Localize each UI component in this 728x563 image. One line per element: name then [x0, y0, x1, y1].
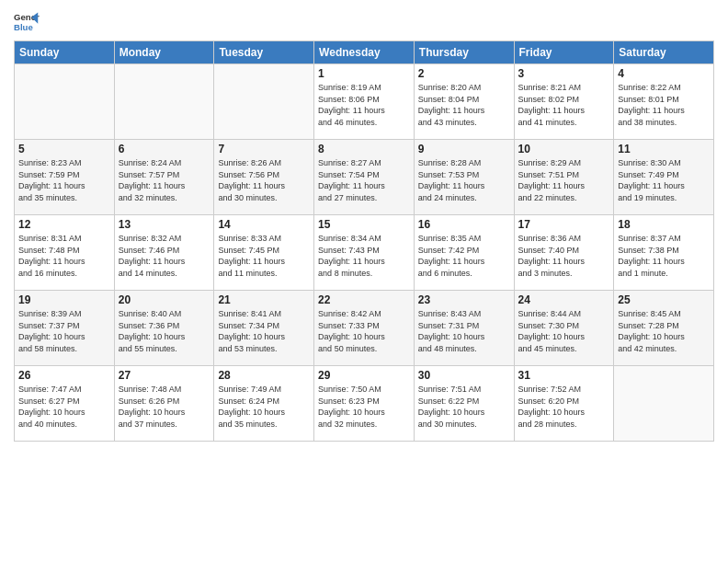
day-number: 10 [518, 143, 610, 155]
day-number: 21 [218, 293, 310, 306]
calendar-cell: 29Sunrise: 7:50 AM Sunset: 6:23 PM Dayli… [314, 366, 415, 442]
weekday-header: Sunday [15, 41, 115, 64]
day-number: 23 [418, 293, 510, 306]
cell-info: Sunrise: 8:33 AM Sunset: 7:45 PM Dayligh… [218, 233, 310, 279]
cell-info: Sunrise: 8:34 AM Sunset: 7:43 PM Dayligh… [318, 233, 410, 279]
calendar-cell: 20Sunrise: 8:40 AM Sunset: 7:36 PM Dayli… [114, 291, 214, 366]
weekday-header: Saturday [614, 41, 714, 64]
calendar-cell: 11Sunrise: 8:30 AM Sunset: 7:49 PM Dayli… [614, 140, 714, 215]
calendar-cell: 13Sunrise: 8:32 AM Sunset: 7:46 PM Dayli… [114, 215, 214, 291]
cell-info: Sunrise: 7:50 AM Sunset: 6:23 PM Dayligh… [318, 384, 410, 430]
calendar-cell: 30Sunrise: 7:51 AM Sunset: 6:22 PM Dayli… [414, 366, 514, 442]
cell-info: Sunrise: 8:35 AM Sunset: 7:42 PM Dayligh… [418, 233, 510, 279]
day-number: 11 [618, 143, 710, 155]
cell-info: Sunrise: 8:28 AM Sunset: 7:53 PM Dayligh… [418, 157, 510, 203]
cell-info: Sunrise: 8:36 AM Sunset: 7:40 PM Dayligh… [518, 233, 610, 279]
calendar-cell [114, 64, 214, 140]
day-number: 7 [218, 143, 310, 155]
day-number: 29 [318, 369, 410, 382]
day-number: 16 [418, 218, 510, 231]
day-number: 31 [518, 369, 610, 382]
cell-info: Sunrise: 8:40 AM Sunset: 7:36 PM Dayligh… [119, 308, 210, 354]
logo-icon: General Blue [14, 9, 40, 35]
header: General Blue [14, 9, 714, 35]
day-number: 26 [18, 369, 110, 382]
cell-info: Sunrise: 8:30 AM Sunset: 7:49 PM Dayligh… [618, 157, 710, 203]
calendar-cell: 25Sunrise: 8:45 AM Sunset: 7:28 PM Dayli… [614, 291, 714, 366]
calendar-cell [15, 64, 115, 140]
day-number: 18 [618, 218, 710, 231]
day-number: 20 [119, 293, 210, 306]
calendar-cell: 7Sunrise: 8:26 AM Sunset: 7:56 PM Daylig… [214, 140, 314, 215]
calendar-cell [214, 64, 314, 140]
day-number: 2 [418, 67, 510, 80]
calendar-cell: 22Sunrise: 8:42 AM Sunset: 7:33 PM Dayli… [314, 291, 415, 366]
day-number: 12 [18, 218, 110, 231]
calendar-cell: 14Sunrise: 8:33 AM Sunset: 7:45 PM Dayli… [214, 215, 314, 291]
calendar-cell: 16Sunrise: 8:35 AM Sunset: 7:42 PM Dayli… [414, 215, 514, 291]
calendar-cell: 18Sunrise: 8:37 AM Sunset: 7:38 PM Dayli… [614, 215, 714, 291]
cell-info: Sunrise: 7:49 AM Sunset: 6:24 PM Dayligh… [218, 384, 310, 430]
weekday-header: Wednesday [314, 41, 415, 64]
calendar-week-row: 12Sunrise: 8:31 AM Sunset: 7:48 PM Dayli… [15, 215, 714, 291]
cell-info: Sunrise: 8:22 AM Sunset: 8:01 PM Dayligh… [618, 82, 710, 128]
weekday-header: Friday [514, 41, 614, 64]
calendar-cell: 17Sunrise: 8:36 AM Sunset: 7:40 PM Dayli… [514, 215, 614, 291]
calendar-cell: 28Sunrise: 7:49 AM Sunset: 6:24 PM Dayli… [214, 366, 314, 442]
day-number: 27 [119, 369, 210, 382]
calendar-cell: 19Sunrise: 8:39 AM Sunset: 7:37 PM Dayli… [15, 291, 115, 366]
cell-info: Sunrise: 8:26 AM Sunset: 7:56 PM Dayligh… [218, 157, 310, 203]
cell-info: Sunrise: 7:51 AM Sunset: 6:22 PM Dayligh… [418, 384, 510, 430]
cell-info: Sunrise: 8:32 AM Sunset: 7:46 PM Dayligh… [119, 233, 210, 279]
cell-info: Sunrise: 8:29 AM Sunset: 7:51 PM Dayligh… [518, 157, 610, 203]
calendar-cell: 21Sunrise: 8:41 AM Sunset: 7:34 PM Dayli… [214, 291, 314, 366]
cell-info: Sunrise: 8:24 AM Sunset: 7:57 PM Dayligh… [119, 157, 210, 203]
cell-info: Sunrise: 8:23 AM Sunset: 7:59 PM Dayligh… [18, 157, 110, 203]
cell-info: Sunrise: 8:27 AM Sunset: 7:54 PM Dayligh… [318, 157, 410, 203]
calendar-week-row: 1Sunrise: 8:19 AM Sunset: 8:06 PM Daylig… [15, 64, 714, 140]
cell-info: Sunrise: 8:41 AM Sunset: 7:34 PM Dayligh… [218, 308, 310, 354]
calendar-week-row: 26Sunrise: 7:47 AM Sunset: 6:27 PM Dayli… [15, 366, 714, 442]
calendar-cell: 31Sunrise: 7:52 AM Sunset: 6:20 PM Dayli… [514, 366, 614, 442]
day-number: 8 [318, 143, 410, 155]
calendar-cell: 10Sunrise: 8:29 AM Sunset: 7:51 PM Dayli… [514, 140, 614, 215]
calendar-cell: 8Sunrise: 8:27 AM Sunset: 7:54 PM Daylig… [314, 140, 415, 215]
day-number: 19 [18, 293, 110, 306]
logo: General Blue [14, 9, 41, 35]
calendar-cell: 1Sunrise: 8:19 AM Sunset: 8:06 PM Daylig… [314, 64, 415, 140]
calendar-cell: 6Sunrise: 8:24 AM Sunset: 7:57 PM Daylig… [114, 140, 214, 215]
day-number: 6 [119, 143, 210, 155]
calendar-cell: 12Sunrise: 8:31 AM Sunset: 7:48 PM Dayli… [15, 215, 115, 291]
cell-info: Sunrise: 8:45 AM Sunset: 7:28 PM Dayligh… [618, 308, 710, 354]
cell-info: Sunrise: 8:21 AM Sunset: 8:02 PM Dayligh… [518, 82, 610, 128]
calendar-table: SundayMondayTuesdayWednesdayThursdayFrid… [14, 40, 714, 442]
cell-info: Sunrise: 8:44 AM Sunset: 7:30 PM Dayligh… [518, 308, 610, 354]
cell-info: Sunrise: 7:52 AM Sunset: 6:20 PM Dayligh… [518, 384, 610, 430]
day-number: 9 [418, 143, 510, 155]
calendar-cell: 15Sunrise: 8:34 AM Sunset: 7:43 PM Dayli… [314, 215, 415, 291]
day-number: 25 [618, 293, 710, 306]
calendar-cell: 24Sunrise: 8:44 AM Sunset: 7:30 PM Dayli… [514, 291, 614, 366]
day-number: 1 [318, 67, 410, 80]
calendar-cell: 23Sunrise: 8:43 AM Sunset: 7:31 PM Dayli… [414, 291, 514, 366]
day-number: 5 [18, 143, 110, 155]
calendar-cell: 27Sunrise: 7:48 AM Sunset: 6:26 PM Dayli… [114, 366, 214, 442]
day-number: 14 [218, 218, 310, 231]
day-number: 15 [318, 218, 410, 231]
cell-info: Sunrise: 8:31 AM Sunset: 7:48 PM Dayligh… [18, 233, 110, 279]
cell-info: Sunrise: 8:39 AM Sunset: 7:37 PM Dayligh… [18, 308, 110, 354]
calendar-cell [614, 366, 714, 442]
day-number: 13 [119, 218, 210, 231]
cell-info: Sunrise: 8:42 AM Sunset: 7:33 PM Dayligh… [318, 308, 410, 354]
page: General Blue SundayMondayTuesdayWednesda… [0, 0, 728, 563]
calendar-cell: 2Sunrise: 8:20 AM Sunset: 8:04 PM Daylig… [414, 64, 514, 140]
calendar-cell: 26Sunrise: 7:47 AM Sunset: 6:27 PM Dayli… [15, 366, 115, 442]
day-number: 17 [518, 218, 610, 231]
weekday-header: Tuesday [214, 41, 314, 64]
day-number: 4 [618, 67, 710, 80]
calendar-cell: 5Sunrise: 8:23 AM Sunset: 7:59 PM Daylig… [15, 140, 115, 215]
calendar-cell: 9Sunrise: 8:28 AM Sunset: 7:53 PM Daylig… [414, 140, 514, 215]
weekday-header: Thursday [414, 41, 514, 64]
calendar-week-row: 5Sunrise: 8:23 AM Sunset: 7:59 PM Daylig… [15, 140, 714, 215]
calendar-week-row: 19Sunrise: 8:39 AM Sunset: 7:37 PM Dayli… [15, 291, 714, 366]
